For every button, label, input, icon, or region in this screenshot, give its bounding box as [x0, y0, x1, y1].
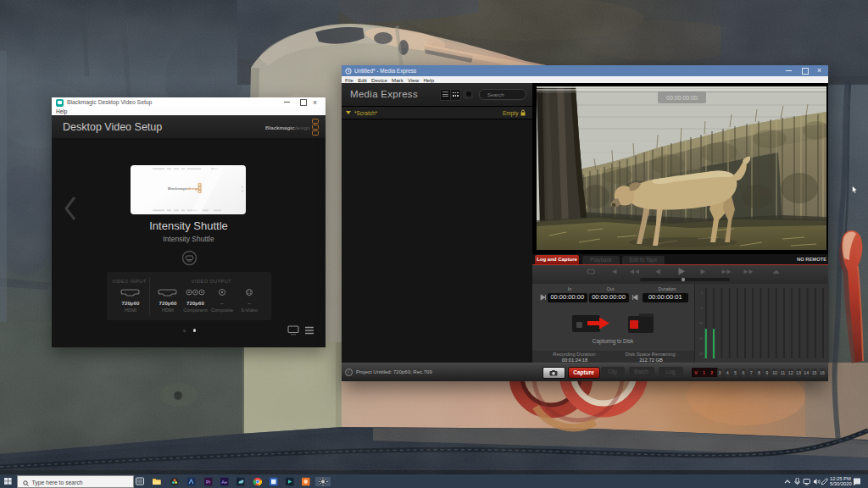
svg-text:Ae: Ae	[221, 480, 227, 485]
svg-text:6: 6	[700, 306, 703, 310]
svg-text:48: 48	[698, 352, 703, 356]
svg-text:Pr: Pr	[206, 480, 211, 485]
svg-text:36: 36	[698, 336, 703, 341]
svg-text:0: 0	[700, 291, 703, 295]
svg-text:Blackmagicdesign: Blackmagicdesign	[168, 186, 199, 190]
svg-text:18: 18	[698, 321, 703, 325]
svg-text:00:00:00:00: 00:00:00:00	[666, 95, 698, 101]
